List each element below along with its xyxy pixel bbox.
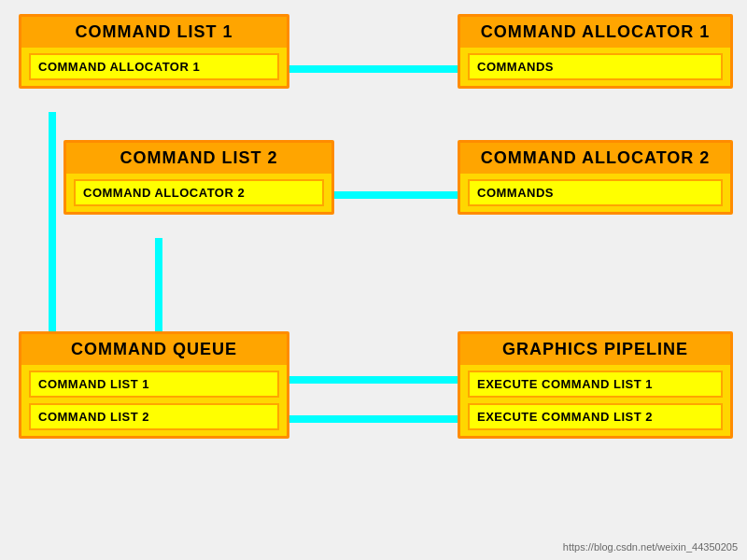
connector-vertical-cl2-down: [155, 238, 162, 331]
command-allocator-1-box: COMMAND ALLOCATOR 1 COMMANDS: [458, 14, 733, 89]
command-list-2-title: COMMAND LIST 2: [66, 143, 331, 174]
command-list-2-inner: COMMAND ALLOCATOR 2: [74, 179, 324, 206]
command-list-1-title: COMMAND LIST 1: [21, 17, 287, 48]
connector-cl2-ca2: [334, 191, 458, 199]
command-allocator-2-box: COMMAND ALLOCATOR 2 COMMANDS: [458, 140, 733, 215]
command-allocator-1-title: COMMAND ALLOCATOR 1: [460, 17, 730, 48]
connector-cl1-ca1: [289, 65, 458, 73]
graphics-pipeline-box: GRAPHICS PIPELINE EXECUTE COMMAND LIST 1…: [458, 331, 733, 439]
command-allocator-1-inner: COMMANDS: [468, 53, 723, 80]
watermark: https://blog.csdn.net/weixin_44350205: [563, 541, 738, 553]
graphics-pipeline-title: GRAPHICS PIPELINE: [460, 334, 730, 365]
connector-vertical-left: [49, 112, 56, 331]
command-queue-title: COMMAND QUEUE: [21, 334, 287, 365]
command-allocator-2-title: COMMAND ALLOCATOR 2: [460, 143, 730, 174]
command-queue-inner2: COMMAND LIST 2: [29, 403, 279, 430]
command-queue-box: COMMAND QUEUE COMMAND LIST 1 COMMAND LIS…: [19, 331, 289, 439]
command-queue-inner1: COMMAND LIST 1: [29, 371, 279, 398]
command-list-2-box: COMMAND LIST 2 COMMAND ALLOCATOR 2: [63, 140, 334, 215]
connector-cq2-gp2: [289, 415, 458, 423]
graphics-pipeline-inner2: EXECUTE COMMAND LIST 2: [468, 403, 723, 430]
graphics-pipeline-inner1: EXECUTE COMMAND LIST 1: [468, 371, 723, 398]
command-list-1-inner: COMMAND ALLOCATOR 1: [29, 53, 279, 80]
command-list-1-box: COMMAND LIST 1 COMMAND ALLOCATOR 1: [19, 14, 289, 89]
connector-cq1-gp1: [289, 376, 458, 384]
command-allocator-2-inner: COMMANDS: [468, 179, 723, 206]
